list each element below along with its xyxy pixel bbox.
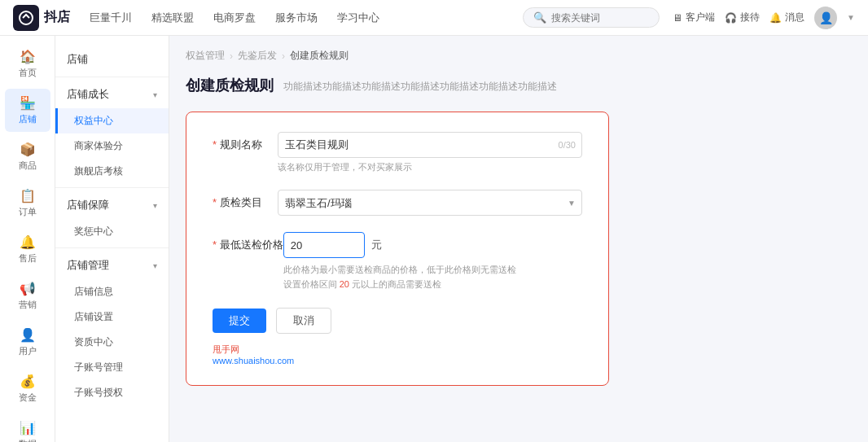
client-button[interactable]: 🖥 客户端 xyxy=(673,11,715,24)
user-icon: 👤 xyxy=(20,327,36,343)
rule-name-row: 规则名称 0/30 该名称仅用于管理，不对买家展示 xyxy=(213,132,582,173)
home-icon: 🏠 xyxy=(20,49,36,64)
breadcrumb-current: 创建质检规则 xyxy=(290,49,349,63)
breadcrumb-rights[interactable]: 权益管理 xyxy=(186,49,225,63)
top-nav: 抖店 巨量千川 精选联盟 电商罗盘 服务市场 学习中心 🔍 🖥 客户端 🎧 接待… xyxy=(0,0,868,36)
sidebar-item-rights[interactable]: 权益中心 xyxy=(55,108,169,133)
nav-fuwushichang[interactable]: 服务市场 xyxy=(275,11,318,25)
sidebar-item-marketing[interactable]: 📢 营销 xyxy=(5,274,50,317)
breadcrumb: 权益管理 › 先鉴后发 › 创建质检规则 xyxy=(186,49,852,63)
section-store: 店铺 xyxy=(55,46,169,73)
main-layout: 🏠 首页 🏪 店铺 📦 商品 📋 订单 🔔 售后 📢 营销 👤 用户 💰 xyxy=(0,36,868,442)
price-hint: 此价格为最小需要送检商品的价格，低于此价格则无需送检 设置价格区间 20 元以上… xyxy=(283,263,582,291)
rule-name-label: 规则名称 xyxy=(213,132,278,152)
price-input-wrapper: 元 xyxy=(283,232,582,258)
min-price-row: 最低送检价格 元 此价格为最小需要送检商品的价格，低于此价格则无需送检 设置价格… xyxy=(213,232,582,291)
nav-jingxuanlianmeng[interactable]: 精选联盟 xyxy=(151,11,194,25)
sidebar-item-qualification[interactable]: 资质中心 xyxy=(55,330,169,355)
sidebar-item-subaccount-auth[interactable]: 子账号授权 xyxy=(55,380,169,405)
rule-name-control: 0/30 该名称仅用于管理，不对买家展示 xyxy=(278,132,582,173)
svg-point-0 xyxy=(20,11,33,24)
marketing-icon: 📢 xyxy=(20,281,36,296)
watermark-red: 甩手网 xyxy=(213,344,582,356)
section-management: 店铺管理 ▾ 店铺信息 店铺设置 资质中心 子账号管理 子账号授权 xyxy=(55,252,169,405)
chevron-down-icon: ▼ xyxy=(847,13,855,22)
form-card: 规则名称 0/30 该名称仅用于管理，不对买家展示 质检类目 翡翠玉石/玛瑙 xyxy=(186,112,609,386)
message-button[interactable]: 🔔 消息 xyxy=(769,11,804,24)
quality-control: 翡翠玉石/玛瑙 黄金 铂金 ▼ xyxy=(278,190,582,216)
second-sidebar: 店铺 店铺成长 ▾ 权益中心 商家体验分 旗舰店考核 店铺保障 ▾ 奖惩中心 店… xyxy=(55,36,169,442)
nav-xuexizhongxin[interactable]: 学习中心 xyxy=(337,11,379,25)
sidebar-item-data[interactable]: 📊 数据 xyxy=(5,414,50,442)
aftersale-icon: 🔔 xyxy=(20,234,36,250)
top-right: 🖥 客户端 🎧 接待 🔔 消息 👤 ▼ xyxy=(673,7,855,29)
sidebar-item-store[interactable]: 🏪 店铺 xyxy=(5,89,50,132)
logo: 抖店 xyxy=(13,5,70,31)
section-guarantee-title[interactable]: 店铺保障 ▾ xyxy=(55,191,169,219)
quality-category-row: 质检类目 翡翠玉石/玛瑙 黄金 铂金 ▼ xyxy=(213,190,582,216)
breadcrumb-sep-2: › xyxy=(282,50,285,62)
section-store-title[interactable]: 店铺 xyxy=(55,46,169,73)
logo-text: 抖店 xyxy=(44,9,70,26)
rule-name-input[interactable] xyxy=(278,132,582,158)
monitor-icon: 🖥 xyxy=(673,12,682,24)
sidebar-item-product[interactable]: 📦 商品 xyxy=(5,135,50,178)
chevron-management-icon: ▾ xyxy=(153,261,157,270)
chevron-growth-icon: ▾ xyxy=(153,90,157,99)
min-price-label: 最低送检价格 xyxy=(213,232,283,252)
search-input[interactable] xyxy=(551,12,649,24)
order-icon: 📋 xyxy=(20,188,36,203)
sidebar-item-subaccount-manage[interactable]: 子账号管理 xyxy=(55,355,169,380)
finance-icon: 💰 xyxy=(20,374,36,389)
button-row: 提交 取消 xyxy=(213,308,582,334)
section-growth: 店铺成长 ▾ 权益中心 商家体验分 旗舰店考核 xyxy=(55,81,169,184)
quality-label: 质检类目 xyxy=(213,190,278,210)
submit-button[interactable]: 提交 xyxy=(213,309,266,333)
headset-icon: 🎧 xyxy=(725,12,737,24)
reception-button[interactable]: 🎧 接待 xyxy=(725,11,760,24)
avatar[interactable]: 👤 xyxy=(814,7,837,29)
sidebar-item-store-info[interactable]: 店铺信息 xyxy=(55,279,169,304)
search-bar: 🔍 xyxy=(523,7,660,28)
page-header: 创建质检规则 功能描述功能描述功能描述功能描述功能描述功能描述功能描述 xyxy=(186,76,852,95)
left-sidebar: 🏠 首页 🏪 店铺 📦 商品 📋 订单 🔔 售后 📢 营销 👤 用户 💰 xyxy=(0,36,55,442)
section-guarantee: 店铺保障 ▾ 奖惩中心 xyxy=(55,191,169,244)
price-unit: 元 xyxy=(371,238,382,252)
rule-name-hint: 该名称仅用于管理，不对买家展示 xyxy=(278,161,582,173)
breadcrumb-pre-inspection[interactable]: 先鉴后发 xyxy=(238,49,277,63)
sidebar-item-flagship-review[interactable]: 旗舰店考核 xyxy=(55,159,169,184)
min-price-control: 元 此价格为最小需要送检商品的价格，低于此价格则无需送检 设置价格区间 20 元… xyxy=(283,232,582,291)
nav-dianshangloupan[interactable]: 电商罗盘 xyxy=(213,11,256,25)
page-description: 功能描述功能描述功能描述功能描述功能描述功能描述功能描述 xyxy=(283,79,557,94)
rule-name-wrapper: 0/30 xyxy=(278,132,582,158)
search-icon: 🔍 xyxy=(533,11,546,24)
breadcrumb-sep-1: › xyxy=(230,50,233,62)
sidebar-item-finance[interactable]: 💰 资金 xyxy=(5,367,50,410)
price-input[interactable] xyxy=(283,232,365,258)
logo-icon xyxy=(13,5,39,31)
sidebar-item-store-settings[interactable]: 店铺设置 xyxy=(55,304,169,330)
sidebar-item-home[interactable]: 🏠 首页 xyxy=(5,42,50,85)
nav-juliangqianchuan[interactable]: 巨量千川 xyxy=(90,11,132,25)
store-icon: 🏪 xyxy=(20,95,36,111)
content-area: 权益管理 › 先鉴后发 › 创建质检规则 创建质检规则 功能描述功能描述功能描述… xyxy=(169,36,868,442)
sidebar-item-reward[interactable]: 奖惩中心 xyxy=(55,219,169,244)
sidebar-item-user[interactable]: 👤 用户 xyxy=(5,321,50,364)
page-title: 创建质检规则 xyxy=(186,76,274,95)
watermark-blue: www.shuaishou.com xyxy=(213,356,582,365)
chevron-guarantee-icon: ▾ xyxy=(153,201,157,210)
select-wrapper: 翡翠玉石/玛瑙 黄金 铂金 ▼ xyxy=(278,190,582,216)
sidebar-item-aftersale[interactable]: 🔔 售后 xyxy=(5,228,50,271)
rule-name-counter: 0/30 xyxy=(559,140,576,150)
watermark-container: 甩手网 www.shuaishou.com xyxy=(213,344,582,365)
cancel-button[interactable]: 取消 xyxy=(276,308,331,334)
nav-items: 巨量千川 精选联盟 电商罗盘 服务市场 学习中心 xyxy=(90,11,510,25)
section-growth-title[interactable]: 店铺成长 ▾ xyxy=(55,81,169,108)
product-icon: 📦 xyxy=(20,142,36,157)
data-icon: 📊 xyxy=(20,420,36,435)
quality-select[interactable]: 翡翠玉石/玛瑙 黄金 铂金 xyxy=(278,190,582,216)
bell-icon: 🔔 xyxy=(769,12,782,24)
sidebar-item-order[interactable]: 📋 订单 xyxy=(5,182,50,225)
section-management-title[interactable]: 店铺管理 ▾ xyxy=(55,252,169,279)
sidebar-item-merchant-score[interactable]: 商家体验分 xyxy=(55,133,169,159)
